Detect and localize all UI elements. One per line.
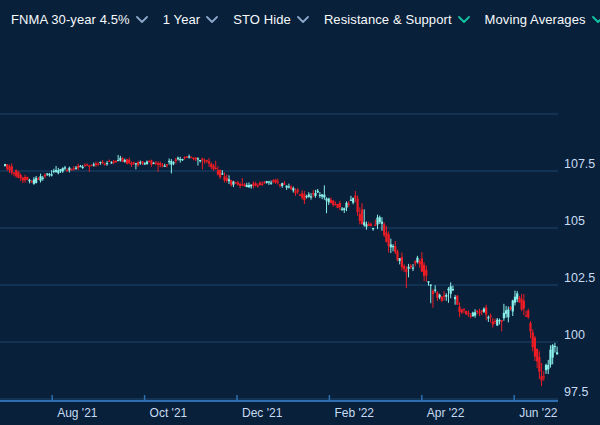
dropdown-time-range[interactable]: 1 Year	[163, 12, 218, 27]
candle-body	[452, 289, 454, 290]
candle-body	[190, 157, 192, 158]
candle-body	[374, 225, 376, 226]
x-axis-label: Apr '22	[427, 406, 465, 420]
candle-body	[467, 313, 469, 314]
x-axis-label: Feb '22	[334, 406, 374, 420]
candle-body	[485, 308, 487, 315]
candle-body	[99, 162, 101, 163]
candle-body	[465, 311, 467, 314]
x-axis-label: Oct '21	[150, 406, 188, 420]
dropdown-resistance-support[interactable]: Resistance & Support	[324, 12, 470, 27]
candle-body	[521, 299, 523, 309]
candle-body	[46, 173, 48, 174]
candle-body	[228, 179, 230, 181]
candle-body	[350, 200, 352, 201]
candle-body	[232, 182, 234, 185]
candle-body	[509, 307, 511, 309]
candle-body	[372, 228, 374, 229]
dropdown-moving-averages[interactable]: Moving Averages	[485, 12, 600, 27]
candle-body	[144, 163, 146, 164]
candle-body	[489, 316, 491, 317]
candle-body	[4, 164, 6, 166]
candle-body	[215, 168, 217, 169]
chevron-down-icon	[206, 16, 218, 24]
candle-body	[403, 266, 405, 269]
candle-body	[523, 301, 525, 309]
candle-body	[90, 165, 92, 166]
candle-body	[430, 285, 432, 286]
candle-body	[532, 332, 534, 347]
candle-body	[15, 170, 17, 176]
candle-body	[44, 175, 46, 177]
candle-body	[106, 163, 108, 164]
candle-body	[13, 173, 15, 174]
candle-body	[288, 186, 290, 187]
candle-body	[53, 171, 55, 172]
candle-body	[492, 322, 494, 325]
candle-body	[549, 350, 551, 365]
dropdown-instrument[interactable]: FNMA 30-year 4.5%	[11, 12, 148, 27]
candle-body	[399, 258, 401, 261]
candle-body	[368, 224, 370, 226]
price-chart[interactable]: 107.5105102.510097.5Aug '21Oct '21Dec '2…	[0, 0, 600, 425]
candle-body	[268, 182, 270, 183]
candle-body	[498, 320, 500, 321]
chevron-down-icon	[592, 16, 600, 24]
candle-body	[447, 289, 449, 291]
candle-body	[286, 186, 288, 188]
candlestick-chart-svg[interactable]: 107.5105102.510097.5Aug '21Oct '21Dec '2…	[0, 0, 600, 425]
candle-body	[332, 201, 334, 205]
candle-body	[157, 163, 159, 165]
candle-body	[396, 252, 398, 260]
candle-body	[272, 180, 274, 182]
candle-body	[170, 161, 172, 165]
candle-body	[341, 209, 343, 210]
candle-body	[414, 261, 416, 263]
candle-body	[339, 203, 341, 207]
y-axis-label: 100	[564, 328, 585, 342]
candle-body	[365, 224, 367, 226]
candle-body	[133, 162, 135, 163]
candle-body	[110, 162, 112, 163]
candle-body	[343, 208, 345, 210]
candle-body	[458, 307, 460, 312]
candle-body	[323, 195, 325, 198]
candle-body	[472, 313, 474, 317]
candle-body	[410, 266, 412, 268]
candle-body	[554, 346, 556, 347]
candle-body	[135, 163, 137, 164]
candle-body	[363, 222, 365, 225]
candle-body	[505, 310, 507, 313]
candle-body	[325, 199, 327, 201]
candle-body	[334, 204, 336, 205]
candle-body	[64, 167, 66, 168]
candle-body	[20, 175, 22, 178]
candle-body	[73, 168, 75, 169]
candle-body	[164, 166, 166, 167]
candle-body	[255, 184, 257, 186]
y-axis-label: 105	[564, 214, 585, 228]
candle-body	[57, 170, 59, 173]
candle-body	[22, 178, 24, 181]
candle-body	[445, 295, 447, 297]
candle-body	[441, 297, 443, 301]
dropdown-sto[interactable]: STO Hide	[233, 12, 309, 27]
candle-body	[17, 172, 19, 178]
candle-body	[210, 164, 212, 167]
candle-body	[184, 157, 186, 158]
candle-body	[35, 178, 37, 183]
candle-body	[534, 338, 536, 357]
candle-body	[139, 162, 141, 163]
candle-body	[55, 170, 57, 172]
candle-body	[310, 196, 312, 197]
candle-body	[68, 168, 70, 171]
candle-body	[419, 261, 421, 264]
candle-body	[261, 184, 263, 185]
candle-body	[192, 158, 194, 159]
candle-body	[436, 292, 438, 297]
candle-body	[11, 166, 13, 173]
candle-body	[62, 168, 64, 171]
candle-body	[543, 377, 545, 378]
candle-body	[390, 244, 392, 247]
gridlines	[0, 114, 558, 399]
